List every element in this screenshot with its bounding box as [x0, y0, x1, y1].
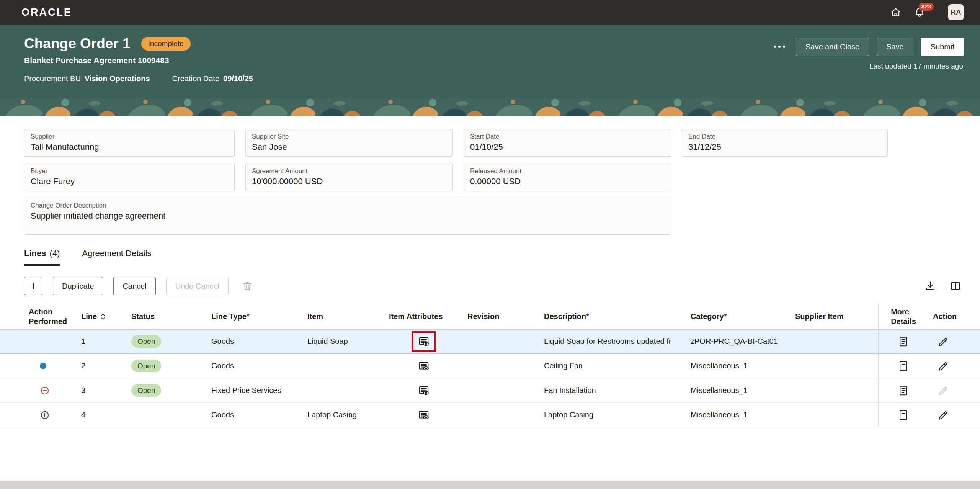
item-cell — [303, 378, 384, 402]
line-number: 3 — [77, 378, 127, 402]
page-header: Change Order 1 Incomplete Blanket Purcha… — [0, 25, 980, 98]
save-button[interactable]: Save — [877, 38, 913, 56]
col-action: Action — [928, 304, 980, 329]
lines-toolbar: Duplicate Cancel Undo Cancel — [24, 277, 964, 295]
edit-line-button-disabled[interactable] — [938, 385, 949, 396]
add-icon — [28, 281, 38, 291]
more-details-button[interactable] — [898, 385, 909, 396]
item-cell: Laptop Casing — [303, 403, 384, 427]
sort-icon[interactable] — [100, 312, 106, 322]
category-cell: Miscellaneous_1 — [686, 378, 791, 402]
undo-cancel-button[interactable]: Undo Cancel — [166, 277, 229, 295]
cancel-line-button[interactable]: Cancel — [113, 277, 155, 295]
col-more-details: More Details — [878, 304, 928, 329]
action-performed-cell — [0, 378, 77, 402]
tab-agreement-details[interactable]: Agreement Details — [82, 249, 151, 266]
status-badge-open: Open — [131, 360, 161, 373]
category-cell: zPOR-PRC_QA-BI-Cat01 — [686, 329, 791, 353]
app-topbar: ORACLE 823 RA — [0, 0, 980, 25]
description-cell: Liquid Soap for Restrooms updated fr — [539, 329, 686, 353]
table-row-line-2[interactable]: 2 Open Goods — [0, 354, 980, 378]
tab-lines[interactable]: Lines(4) — [24, 249, 60, 266]
home-button[interactable] — [887, 4, 904, 21]
status-badge-incomplete: Incomplete — [141, 37, 191, 51]
col-line: Line — [77, 304, 127, 329]
more-details-button[interactable] — [898, 360, 909, 372]
item-cell: Liquid Soap — [303, 329, 384, 353]
edit-line-button[interactable] — [938, 360, 949, 372]
more-details-button[interactable] — [898, 336, 909, 347]
supplier-site-field[interactable]: Supplier Site San Jose — [245, 129, 453, 157]
item-attributes-button[interactable] — [418, 385, 430, 396]
action-added-icon — [40, 410, 50, 420]
action-cell — [928, 378, 980, 402]
action-cell — [928, 329, 980, 353]
item-attributes-button[interactable] — [418, 336, 430, 347]
last-updated-text: Last updated 17 minutes ago — [869, 62, 963, 70]
end-date-field[interactable]: End Date 31/12/25 — [682, 129, 888, 157]
action-performed-cell — [0, 403, 77, 427]
add-line-button[interactable] — [24, 277, 42, 295]
action-performed-cell — [0, 354, 77, 378]
tab-bar: Lines(4) Agreement Details — [24, 249, 956, 266]
user-avatar[interactable]: RA — [948, 4, 964, 20]
page-title: Change Order 1 — [24, 35, 131, 52]
line-type-cell: Goods — [207, 403, 303, 427]
table-body: 1 Open Goods Liquid Soap — [0, 329, 980, 427]
status-cell: Open — [127, 354, 207, 378]
item-attributes-button[interactable] — [418, 409, 430, 421]
more-actions-icon — [774, 46, 776, 48]
item-attributes-cell — [384, 354, 463, 378]
edit-line-button[interactable] — [938, 409, 949, 421]
released-amount-field[interactable]: Released Amount 0.00000 USD — [464, 164, 671, 191]
annotation-red-box — [412, 331, 436, 352]
status-badge-open: Open — [131, 384, 161, 397]
more-details-cell — [878, 378, 928, 402]
col-status: Status — [127, 304, 207, 329]
line-number: 1 — [77, 329, 127, 353]
agreement-subtitle: Blanket Purchase Agreement 1009483 — [24, 56, 965, 65]
change-order-description-field[interactable]: Change Order Description Supplier initia… — [24, 198, 671, 235]
buyer-field[interactable]: Buyer Clare Furey — [24, 164, 235, 191]
action-cell — [928, 354, 980, 378]
item-attributes-icon — [418, 336, 430, 347]
table-row-line-1[interactable]: 1 Open Goods Liquid Soap — [0, 329, 980, 354]
description-cell: Laptop Casing — [539, 403, 686, 427]
item-cell — [303, 354, 384, 378]
action-performed-cell — [0, 329, 77, 353]
more-details-button[interactable] — [898, 409, 909, 421]
status-badge-open: Open — [131, 335, 161, 348]
supplier-item-cell — [791, 378, 878, 402]
supplier-field[interactable]: Supplier Tall Manufacturing — [24, 129, 235, 157]
table-row-line-4[interactable]: 4 Goods Laptop Casing Laptop Cas — [0, 403, 980, 427]
table-header-row: Action Performed Line Status Line Type* … — [0, 304, 980, 329]
action-cell — [928, 403, 980, 427]
manage-columns-button[interactable] — [947, 278, 964, 294]
col-description: Description* — [539, 304, 686, 329]
edit-line-button[interactable] — [938, 336, 949, 347]
notifications-button[interactable]: 823 — [911, 4, 928, 21]
item-attributes-button[interactable] — [418, 360, 430, 372]
col-category: Category* — [686, 304, 791, 329]
revision-cell — [463, 403, 539, 427]
status-cell: Open — [127, 378, 207, 402]
creation-date: Creation Date09/10/25 — [172, 74, 253, 83]
submit-button[interactable]: Submit — [921, 38, 964, 56]
category-cell: Miscellaneous_1 — [686, 354, 791, 378]
agreement-amount-field[interactable]: Agreement Amount 10'000.00000 USD — [245, 164, 453, 191]
more-details-icon — [898, 336, 909, 347]
col-action-performed: Action Performed — [0, 304, 77, 329]
topbar-actions: 823 RA — [880, 4, 964, 21]
save-and-close-button[interactable]: Save and Close — [796, 38, 869, 56]
more-actions-button[interactable] — [771, 42, 788, 52]
delete-line-button[interactable] — [239, 278, 256, 294]
table-row-line-3[interactable]: 3 Open Fixed Price Services — [0, 378, 980, 403]
export-button[interactable] — [922, 278, 939, 294]
start-date-field[interactable]: Start Date 01/10/25 — [464, 129, 671, 157]
line-number: 4 — [77, 403, 127, 427]
supplier-item-cell — [791, 354, 878, 378]
revision-cell — [463, 329, 539, 353]
col-line-type: Line Type* — [207, 304, 303, 329]
edit-icon — [938, 385, 949, 396]
duplicate-button[interactable]: Duplicate — [53, 277, 103, 295]
